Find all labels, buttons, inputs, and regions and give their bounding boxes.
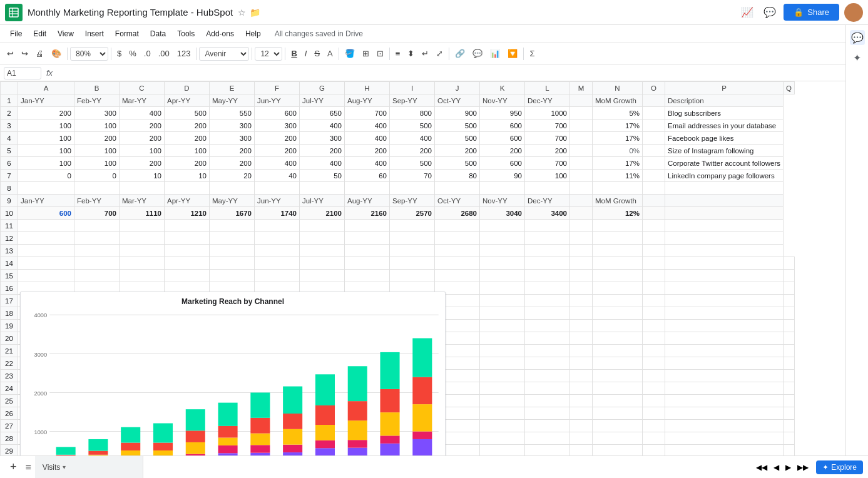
cell[interactable]: [525, 232, 570, 245]
cell[interactable]: 12: [1, 232, 18, 245]
cell[interactable]: [665, 232, 784, 245]
cell[interactable]: [643, 207, 665, 220]
sidebar-explore-icon[interactable]: ✦: [850, 50, 865, 65]
cell[interactable]: 3400: [525, 207, 570, 220]
cell[interactable]: [665, 295, 784, 307]
cell[interactable]: [300, 182, 345, 195]
cell[interactable]: 400: [345, 132, 390, 145]
wrap-button[interactable]: ↵: [419, 47, 432, 60]
cell[interactable]: 20: [1, 332, 18, 345]
cell[interactable]: 11: [1, 220, 18, 232]
cell[interactable]: Blog subscribers: [665, 107, 784, 120]
sheet-menu-button[interactable]: ≡: [22, 462, 35, 473]
cell[interactable]: [784, 395, 795, 407]
cell[interactable]: [570, 445, 593, 456]
cell[interactable]: [525, 270, 570, 282]
cell[interactable]: [665, 270, 784, 282]
borders-button[interactable]: ⊞: [359, 47, 372, 60]
cell[interactable]: [18, 270, 74, 282]
cell[interactable]: [784, 307, 795, 320]
cell[interactable]: 100: [74, 157, 120, 170]
cell[interactable]: [525, 407, 570, 420]
cell[interactable]: [255, 232, 300, 245]
cell[interactable]: [643, 282, 665, 295]
col-header-l[interactable]: L: [525, 82, 570, 94]
cell[interactable]: [593, 345, 643, 357]
cell[interactable]: [345, 232, 390, 245]
col-header-p[interactable]: P: [665, 82, 784, 94]
strikethrough-button[interactable]: S: [311, 47, 323, 60]
table-row[interactable]: 14: [1, 257, 795, 270]
cell[interactable]: [570, 245, 593, 257]
cell[interactable]: [593, 282, 643, 295]
cell[interactable]: Description: [665, 94, 784, 107]
cell[interactable]: [665, 182, 784, 195]
cell[interactable]: [784, 320, 795, 332]
cell[interactable]: [570, 120, 593, 132]
cell[interactable]: [165, 220, 210, 232]
tab-dropdown-arrow[interactable]: ▾: [63, 464, 66, 470]
cell[interactable]: [665, 220, 784, 232]
cell[interactable]: 24: [1, 382, 18, 395]
fontsize-select[interactable]: 12: [255, 47, 282, 61]
number-format-button[interactable]: 123: [174, 47, 194, 60]
cell[interactable]: [525, 332, 570, 345]
percent-button[interactable]: %: [126, 47, 140, 60]
cell[interactable]: 10: [1, 207, 18, 220]
cell[interactable]: [525, 345, 570, 357]
cell[interactable]: 100: [120, 145, 165, 157]
cell[interactable]: [480, 270, 525, 282]
cell[interactable]: [18, 182, 74, 195]
cell[interactable]: [210, 245, 255, 257]
cell[interactable]: 28: [1, 432, 18, 445]
cell[interactable]: 3040: [480, 207, 525, 220]
menu-view[interactable]: View: [53, 28, 79, 39]
spreadsheet[interactable]: A B C D E F G H I J K L M N O P Q: [0, 81, 868, 455]
cell[interactable]: [255, 220, 300, 232]
cell[interactable]: [570, 270, 593, 282]
cell[interactable]: [570, 332, 593, 345]
cell[interactable]: [784, 332, 795, 345]
cell[interactable]: 70: [390, 170, 435, 182]
cell[interactable]: 1000: [525, 107, 570, 120]
menu-insert[interactable]: Insert: [80, 28, 109, 39]
cell[interactable]: [525, 370, 570, 382]
cell[interactable]: [784, 420, 795, 432]
cell[interactable]: [300, 220, 345, 232]
cell[interactable]: [435, 245, 480, 257]
cell[interactable]: [570, 357, 593, 370]
cell[interactable]: [480, 320, 525, 332]
cell[interactable]: [570, 382, 593, 395]
cell[interactable]: [643, 145, 665, 157]
cell[interactable]: 60: [345, 170, 390, 182]
table-row[interactable]: 13: [1, 245, 795, 257]
cell[interactable]: 300: [210, 132, 255, 145]
menu-data[interactable]: Data: [145, 28, 171, 39]
cell[interactable]: [525, 357, 570, 370]
cell[interactable]: 200: [435, 145, 480, 157]
col-header-k[interactable]: K: [480, 82, 525, 94]
col-header-q[interactable]: Q: [784, 82, 795, 94]
cell[interactable]: [665, 332, 784, 345]
cell[interactable]: 500: [435, 132, 480, 145]
rotate-button[interactable]: ⤢: [433, 47, 446, 60]
cell[interactable]: 0%: [593, 145, 643, 157]
cell[interactable]: 100: [525, 170, 570, 182]
cell[interactable]: [784, 370, 795, 382]
cell[interactable]: [643, 357, 665, 370]
cell[interactable]: Facebook page likes: [665, 132, 784, 145]
cell[interactable]: 21: [1, 345, 18, 357]
cell[interactable]: [643, 232, 665, 245]
cell[interactable]: [435, 182, 480, 195]
cell[interactable]: [665, 432, 784, 445]
cell[interactable]: Dec-YY: [525, 195, 570, 207]
cell[interactable]: [784, 357, 795, 370]
text-color-button[interactable]: A: [324, 47, 336, 60]
cell[interactable]: 100: [18, 145, 74, 157]
cell[interactable]: 100: [74, 145, 120, 157]
cell[interactable]: [643, 320, 665, 332]
cell[interactable]: 200: [300, 145, 345, 157]
cell[interactable]: 200: [255, 145, 300, 157]
cell[interactable]: [525, 220, 570, 232]
bold-button[interactable]: B: [288, 47, 300, 60]
